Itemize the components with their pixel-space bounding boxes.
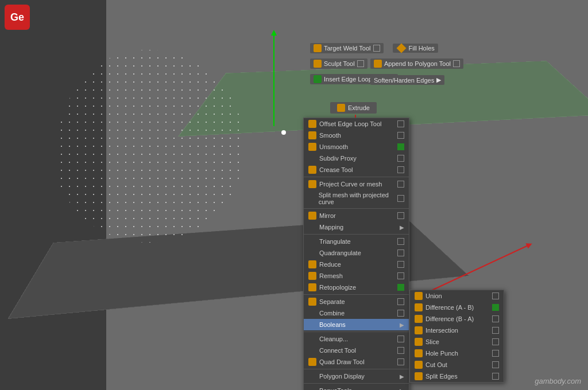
append-polygon-checkbox[interactable]: [453, 60, 460, 67]
menu-item-mapping[interactable]: Mapping▶: [304, 221, 409, 233]
menu-item-mirror[interactable]: Mirror: [304, 210, 409, 221]
menu-item-mapping-label: Mapping: [319, 224, 343, 231]
menu-item-smooth-left: Smooth: [308, 131, 341, 139]
menu-item-project-curve-label: Project Curve or mesh: [319, 181, 382, 188]
menu-item-split-mesh-right: [397, 195, 404, 202]
menu-item-unsmooth-checkbox[interactable]: [397, 143, 404, 150]
submenu-item-intersection-checkbox[interactable]: [492, 327, 499, 334]
append-polygon-btn[interactable]: Append to Polygon Tool: [370, 58, 463, 69]
menu-item-crease-tool-checkbox[interactable]: [397, 166, 404, 173]
menu-item-offset-edge-loop[interactable]: Offset Edge Loop Tool: [304, 118, 409, 130]
submenu-item-union[interactable]: Union: [410, 290, 504, 302]
menu-item-unsmooth-right: [397, 143, 404, 150]
menu-item-triangulate-left: Triangulate: [308, 237, 351, 245]
sculpt-tool-icon: [314, 60, 322, 68]
menu-item-unsmooth[interactable]: Unsmooth: [304, 141, 409, 153]
submenu-item-hole-punch-label: Hole Punch: [425, 350, 458, 357]
menu-item-retopologize-label: Retopologize: [319, 284, 356, 291]
menu-item-reduce[interactable]: Reduce: [304, 259, 409, 270]
submenu-item-difference-b-a[interactable]: Difference (B - A): [410, 313, 504, 325]
target-weld-checkbox[interactable]: [373, 45, 380, 52]
menu-item-cleanup-right: [397, 336, 404, 342]
menu-item-connect-tool-checkbox[interactable]: [397, 347, 404, 354]
submenu-item-union-checkbox[interactable]: [492, 292, 499, 299]
menu-item-bonus-tools[interactable]: BonusTools▶: [304, 385, 409, 390]
menu-item-separate[interactable]: Separate: [304, 296, 409, 307]
menu-item-quadrangulate-checkbox[interactable]: [397, 249, 404, 256]
menu-item-mirror-checkbox[interactable]: [397, 212, 404, 219]
menu-item-crease-tool[interactable]: Crease Tool: [304, 164, 409, 176]
submenu-item-difference-a-b-checkbox[interactable]: [492, 304, 499, 311]
submenu-item-slice-checkbox[interactable]: [492, 338, 499, 345]
submenu-item-cut-out[interactable]: Cut Out: [410, 359, 504, 370]
sculpt-tool-btn[interactable]: Sculpt Tool: [310, 58, 368, 69]
menu-item-separate-right: [397, 298, 404, 305]
menu-item-quad-draw-icon: [308, 358, 316, 366]
menu-item-quad-draw-checkbox[interactable]: [397, 358, 404, 365]
menu-item-crease-tool-right: [397, 166, 404, 173]
submenu-item-difference-a-b[interactable]: Difference (A - B): [410, 302, 504, 313]
submenu-item-difference-b-a-checkbox[interactable]: [492, 315, 499, 322]
sculpt-tool-checkbox[interactable]: [357, 60, 364, 67]
menu-item-reduce-checkbox[interactable]: [397, 261, 404, 268]
submenu-item-split-edges-checkbox[interactable]: [492, 373, 499, 380]
submenu-item-difference-a-b-label: Difference (A - B): [425, 304, 474, 311]
menu-item-project-curve-right: [397, 181, 404, 188]
submenu-item-cut-out-label: Cut Out: [425, 361, 447, 368]
menu-item-quad-draw[interactable]: Quad Draw Tool: [304, 356, 409, 368]
menu-item-smooth-icon: [308, 131, 316, 139]
menu-item-split-mesh-checkbox[interactable]: [397, 195, 404, 202]
submenu-item-intersection[interactable]: Intersection: [410, 325, 504, 336]
menu-item-smooth-right: [397, 132, 404, 139]
fill-holes-btn[interactable]: Fill Holes: [393, 44, 438, 53]
menu-item-connect-tool-right: [397, 347, 404, 354]
submenu-item-intersection-left: Intersection: [415, 326, 458, 334]
menu-item-project-curve[interactable]: Project Curve or mesh: [304, 178, 409, 190]
submenu-item-hole-punch[interactable]: Hole Punch: [410, 348, 504, 359]
submenu-item-hole-punch-checkbox[interactable]: [492, 350, 499, 357]
menu-item-polygon-display[interactable]: Polygon Display▶: [304, 370, 409, 382]
menu-item-connect-tool[interactable]: Connect Tool: [304, 345, 409, 356]
menu-item-separate-checkbox[interactable]: [397, 298, 404, 305]
menu-item-triangulate-checkbox[interactable]: [397, 238, 404, 245]
toolbar-row-1: Target Weld Tool Fill Holes: [310, 41, 439, 55]
menu-item-project-curve-checkbox[interactable]: [397, 181, 404, 188]
menu-item-cleanup[interactable]: Cleanup...: [304, 333, 409, 345]
menu-item-remesh[interactable]: Remesh: [304, 270, 409, 282]
target-weld-tool-btn[interactable]: Target Weld Tool: [310, 43, 384, 53]
menu-item-split-mesh[interactable]: Split mesh with projected curve: [304, 190, 409, 207]
menu-item-polygon-display-right: ▶: [400, 373, 404, 380]
menu-item-subdiv-proxy-label: Subdiv Proxy: [319, 155, 357, 162]
menu-item-smooth-label: Smooth: [319, 132, 341, 139]
extrude-button[interactable]: Extrude: [330, 102, 377, 114]
menu-item-cleanup-checkbox[interactable]: [397, 336, 404, 342]
menu-item-polygon-display-spacer: [308, 372, 316, 380]
menu-item-offset-edge-loop-checkbox[interactable]: [397, 120, 404, 127]
menu-item-retopologize-checkbox[interactable]: [397, 284, 404, 291]
submenu-item-split-edges[interactable]: Split Edges: [410, 370, 504, 382]
fill-holes-diamond-icon: [396, 44, 406, 53]
submenu-item-slice[interactable]: Slice: [410, 336, 504, 348]
menu-item-combine-right: [397, 310, 404, 317]
menu-item-subdiv-proxy[interactable]: Subdiv Proxy: [304, 153, 409, 164]
menu-item-smooth[interactable]: Smooth: [304, 130, 409, 141]
menu-item-triangulate[interactable]: Triangulate: [304, 236, 409, 247]
menu-item-retopologize-icon: [308, 283, 316, 291]
menu-item-separate-icon: [308, 298, 316, 306]
menu-item-quadrangulate[interactable]: Quadrangulate: [304, 247, 409, 259]
menu-item-combine-label: Combine: [319, 310, 345, 317]
menu-item-mirror-left: Mirror: [308, 212, 336, 220]
menu-item-booleans[interactable]: Booleans▶: [304, 319, 409, 330]
menu-item-offset-edge-loop-right: [397, 120, 404, 127]
menu-item-bonus-tools-spacer: [308, 387, 316, 390]
menu-item-remesh-checkbox[interactable]: [397, 272, 404, 279]
menu-item-combine[interactable]: Combine: [304, 307, 409, 319]
menu-item-retopologize[interactable]: Retopologize: [304, 282, 409, 293]
submenu-item-hole-punch-left: Hole Punch: [415, 349, 458, 357]
menu-item-mirror-label: Mirror: [319, 212, 336, 219]
submenu-item-cut-out-checkbox[interactable]: [492, 361, 499, 368]
menu-item-subdiv-proxy-checkbox[interactable]: [397, 155, 404, 162]
menu-item-combine-checkbox[interactable]: [397, 310, 404, 317]
menu-item-smooth-checkbox[interactable]: [397, 132, 404, 139]
soften-harden-btn[interactable]: Soften/Harden Edges ▶: [370, 75, 444, 85]
